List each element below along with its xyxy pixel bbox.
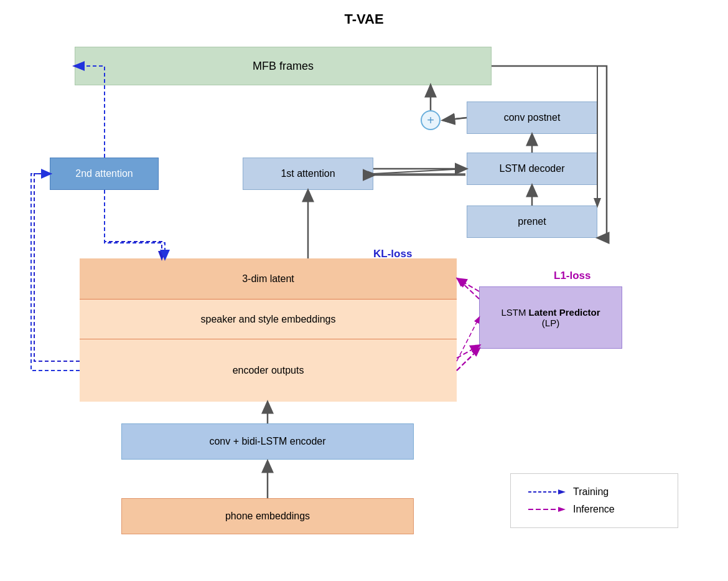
plus-label: + bbox=[427, 113, 434, 128]
diagram-container: T-VAE MFB frames conv postnet LSTM decod… bbox=[0, 0, 728, 581]
inference-line-icon bbox=[528, 504, 566, 515]
svg-line-13 bbox=[457, 349, 479, 371]
svg-line-10 bbox=[443, 118, 467, 120]
svg-line-20 bbox=[444, 118, 467, 120]
prenet-box: prenet bbox=[467, 205, 597, 238]
speaker-style-box: speaker and style embeddings bbox=[80, 300, 457, 339]
phone-embeddings-box: phone embeddings bbox=[121, 498, 414, 534]
svg-line-7 bbox=[373, 169, 465, 174]
lstm-decoder-label: LSTM decoder bbox=[500, 163, 565, 174]
conv-postnet-box: conv postnet bbox=[467, 102, 597, 134]
training-line-icon bbox=[528, 486, 566, 498]
mfb-frames-box: MFB frames bbox=[75, 47, 492, 85]
kl-loss-label: KL-loss bbox=[373, 248, 412, 260]
training-legend-label: Training bbox=[573, 486, 609, 498]
speaker-style-label: speaker and style embeddings bbox=[200, 314, 335, 325]
lstm-decoder-box: LSTM decoder bbox=[467, 153, 597, 185]
lstm-lp-box: LSTM Latent Predictor(LP) bbox=[479, 286, 622, 349]
phone-embeddings-label: phone embeddings bbox=[225, 511, 310, 522]
latent-dim-box: 3-dim latent bbox=[80, 258, 457, 300]
second-attention-label: 2nd attention bbox=[75, 168, 133, 179]
svg-marker-1 bbox=[558, 489, 566, 494]
encoder-box: conv + bidi-LSTM encoder bbox=[121, 423, 414, 460]
svg-marker-3 bbox=[558, 507, 566, 512]
training-legend-row: Training bbox=[528, 486, 660, 498]
diagram-title: T-VAE bbox=[0, 11, 728, 27]
legend-box: Training Inference bbox=[510, 473, 678, 528]
inference-legend-label: Inference bbox=[573, 504, 615, 515]
prenet-label: prenet bbox=[518, 216, 546, 227]
first-attention-label: 1st attention bbox=[281, 168, 335, 179]
encoder-outputs-label: encoder outputs bbox=[233, 365, 304, 376]
second-attention-box: 2nd attention bbox=[50, 158, 159, 190]
encoder-outputs-box: encoder outputs bbox=[80, 339, 457, 402]
inference-legend-row: Inference bbox=[528, 504, 660, 515]
lstm-lp-label: LSTM Latent Predictor(LP) bbox=[501, 307, 600, 328]
first-attention-box: 1st attention bbox=[243, 158, 373, 190]
latent-dim-label: 3-dim latent bbox=[242, 273, 294, 285]
mfb-frames-label: MFB frames bbox=[253, 60, 314, 73]
plus-circle: + bbox=[421, 110, 441, 130]
encoder-label: conv + bidi-LSTM encoder bbox=[209, 436, 325, 447]
l1-loss-label: L1-loss bbox=[554, 270, 591, 282]
conv-postnet-label: conv postnet bbox=[504, 112, 561, 123]
